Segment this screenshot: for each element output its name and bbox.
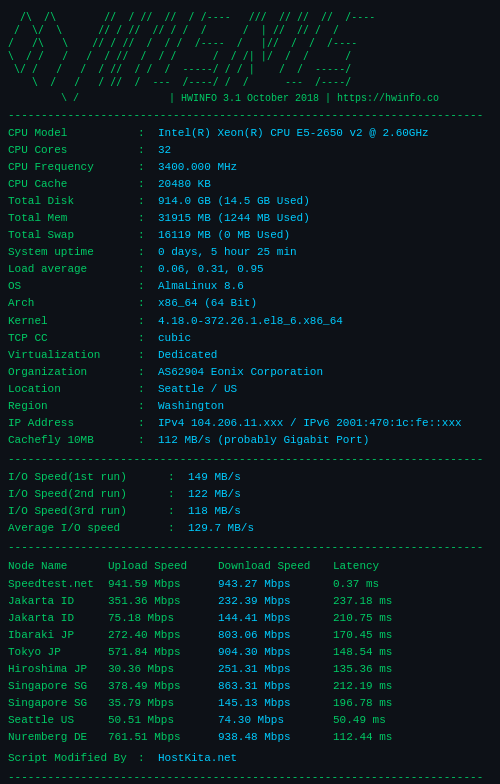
sep: :: [138, 432, 158, 449]
cpu-cache-label: CPU Cache: [8, 176, 138, 193]
cache-label: Cachefly 10MB: [8, 432, 138, 449]
speed-latency: 210.75 ms: [333, 610, 392, 627]
io-run3-value: 118 MB/s: [188, 503, 241, 520]
sep: :: [138, 193, 158, 210]
sep: :: [138, 176, 158, 193]
uptime-label: System uptime: [8, 244, 138, 261]
sep: :: [138, 313, 158, 330]
sep: :: [138, 415, 158, 432]
os-label: OS: [8, 278, 138, 295]
cpu-freq-label: CPU Frequency: [8, 159, 138, 176]
speed-upload: 378.49 Mbps: [108, 678, 218, 695]
total-swap-label: Total Swap: [8, 227, 138, 244]
region-row: Region : Washington: [8, 398, 492, 415]
speed-download: 943.27 Mbps: [218, 576, 333, 593]
speed-node: Singapore SG: [8, 678, 108, 695]
cache-row: Cachefly 10MB : 112 MB/s (probably Gigab…: [8, 432, 492, 449]
io-avg-label: Average I/O speed: [8, 520, 168, 537]
divider-bottom: ----------------------------------------…: [8, 771, 492, 783]
speed-row: Speedtest.net 941.59 Mbps 943.27 Mbps 0.…: [8, 576, 492, 593]
total-mem-value: 31915 MB (1244 MB Used): [158, 210, 492, 227]
speed-download: 144.41 Mbps: [218, 610, 333, 627]
sep: :: [138, 398, 158, 415]
total-mem-label: Total Mem: [8, 210, 138, 227]
speed-rows: Speedtest.net 941.59 Mbps 943.27 Mbps 0.…: [8, 576, 492, 746]
speed-latency: 212.19 ms: [333, 678, 392, 695]
speed-upload: 50.51 Mbps: [108, 712, 218, 729]
sep: :: [138, 261, 158, 278]
speed-upload: 941.59 Mbps: [108, 576, 218, 593]
speed-node: Tokyo JP: [8, 644, 108, 661]
speed-upload: 30.36 Mbps: [108, 661, 218, 678]
total-disk-label: Total Disk: [8, 193, 138, 210]
io-run2-row: I/O Speed(2nd run) : 122 MB/s: [8, 486, 492, 503]
uptime-value: 0 days, 5 hour 25 min: [158, 244, 492, 261]
header-node: Node Name: [8, 557, 108, 576]
speed-node: Jakarta ID: [8, 593, 108, 610]
virt-label: Virtualization: [8, 347, 138, 364]
sysinfo-section: CPU Model : Intel(R) Xeon(R) CPU E5-2650…: [8, 125, 492, 449]
uptime-row: System uptime : 0 days, 5 hour 25 min: [8, 244, 492, 261]
org-label: Organization: [8, 364, 138, 381]
cache-value: 112 MB/s (probably Gigabit Port): [158, 432, 492, 449]
sep: :: [168, 503, 188, 520]
io-avg-value: 129.7 MB/s: [188, 520, 254, 537]
speed-upload: 351.36 Mbps: [108, 593, 218, 610]
os-row: OS : AlmaLinux 8.6: [8, 278, 492, 295]
speed-latency: 50.49 ms: [333, 712, 386, 729]
speed-row: Jakarta ID 351.36 Mbps 232.39 Mbps 237.1…: [8, 593, 492, 610]
sep: :: [138, 330, 158, 347]
cpu-cache-value: 20480 KB: [158, 176, 492, 193]
divider-speed: ----------------------------------------…: [8, 541, 492, 553]
region-value: Washington: [158, 398, 492, 415]
speed-download: 74.30 Mbps: [218, 712, 333, 729]
load-label: Load average: [8, 261, 138, 278]
speed-download: 863.31 Mbps: [218, 678, 333, 695]
speed-row: Jakarta ID 75.18 Mbps 144.41 Mbps 210.75…: [8, 610, 492, 627]
location-label: Location: [8, 381, 138, 398]
io-run3-label: I/O Speed(3rd run): [8, 503, 168, 520]
speed-row: Hiroshima JP 30.36 Mbps 251.31 Mbps 135.…: [8, 661, 492, 678]
cpu-model-label: CPU Model: [8, 125, 138, 142]
speed-download: 904.30 Mbps: [218, 644, 333, 661]
tcp-cc-label: TCP CC: [8, 330, 138, 347]
speed-node: Seattle US: [8, 712, 108, 729]
cpu-freq-value: 3400.000 MHz: [158, 159, 492, 176]
sep: :: [138, 295, 158, 312]
tcp-cc-value: cubic: [158, 330, 492, 347]
sep: :: [168, 520, 188, 537]
speed-download: 803.06 Mbps: [218, 627, 333, 644]
speed-node: Singapore SG: [8, 695, 108, 712]
location-row: Location : Seattle / US: [8, 381, 492, 398]
speed-row: Singapore SG 378.49 Mbps 863.31 Mbps 212…: [8, 678, 492, 695]
total-swap-row: Total Swap : 16119 MB (0 MB Used): [8, 227, 492, 244]
io-run1-value: 149 MB/s: [188, 469, 241, 486]
speed-latency: 170.45 ms: [333, 627, 392, 644]
sep: :: [138, 244, 158, 261]
virt-row: Virtualization : Dedicated: [8, 347, 492, 364]
load-row: Load average : 0.06, 0.31, 0.95: [8, 261, 492, 278]
arch-label: Arch: [8, 295, 138, 312]
speed-row: Ibaraki JP 272.40 Mbps 803.06 Mbps 170.4…: [8, 627, 492, 644]
speed-row: Seattle US 50.51 Mbps 74.30 Mbps 50.49 m…: [8, 712, 492, 729]
cpu-cores-label: CPU Cores: [8, 142, 138, 159]
header-latency: Latency: [333, 557, 379, 576]
io-run3-row: I/O Speed(3rd run) : 118 MB/s: [8, 503, 492, 520]
speed-download: 251.31 Mbps: [218, 661, 333, 678]
script-modified-value: HostKita.net: [158, 750, 492, 767]
hwinfo-subtitle: \ / | HWINFO 3.1 October 2018 | https://…: [8, 92, 492, 105]
region-label: Region: [8, 398, 138, 415]
io-run1-row: I/O Speed(1st run) : 149 MB/s: [8, 469, 492, 486]
divider-io: ----------------------------------------…: [8, 453, 492, 465]
load-value: 0.06, 0.31, 0.95: [158, 261, 492, 278]
script-modified-row: Script Modified By : HostKita.net: [8, 750, 492, 767]
sep: :: [138, 210, 158, 227]
speed-node: Speedtest.net: [8, 576, 108, 593]
speed-upload: 571.84 Mbps: [108, 644, 218, 661]
speed-row: Nuremberg DE 761.51 Mbps 938.48 Mbps 112…: [8, 729, 492, 746]
location-value: Seattle / US: [158, 381, 492, 398]
cpu-model-row: CPU Model : Intel(R) Xeon(R) CPU E5-2650…: [8, 125, 492, 142]
speed-section: Node Name Upload Speed Download Speed La…: [8, 557, 492, 746]
header-upload: Upload Speed: [108, 557, 218, 576]
arch-row: Arch : x86_64 (64 Bit): [8, 295, 492, 312]
